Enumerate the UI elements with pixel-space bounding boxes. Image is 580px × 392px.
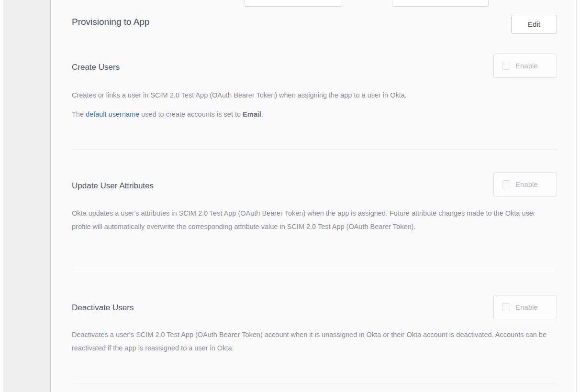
section-divider <box>72 149 558 150</box>
deactivate-users-description: Deactivates a user's SCIM 2.0 Test App (… <box>72 328 550 355</box>
edit-button[interactable]: Edit <box>511 15 557 33</box>
section-divider <box>72 383 558 383</box>
note-middle: used to create accounts is set to <box>139 110 243 118</box>
update-attributes-enable-checkbox[interactable] <box>502 180 510 188</box>
deactivate-users-enable-checkbox[interactable] <box>502 303 510 311</box>
section-title-deactivate-users: Deactivate Users <box>72 303 134 313</box>
page-title: Provisioning to App <box>72 17 150 27</box>
partial-select-field-right[interactable] <box>392 0 489 7</box>
note-prefix: The <box>72 110 86 118</box>
create-users-username-note: The default username used to create acco… <box>72 108 550 121</box>
note-suffix: . <box>261 110 263 118</box>
left-sidebar <box>3 0 51 392</box>
default-username-link[interactable]: default username <box>86 110 139 118</box>
create-users-description: Creates or links a user in SCIM 2.0 Test… <box>72 88 550 102</box>
deactivate-users-enable-button[interactable]: Enable <box>493 295 557 319</box>
section-title-update-user-attributes: Update User Attributes <box>72 181 154 191</box>
update-attributes-description: Okta updates a user's attributes in SCIM… <box>72 207 550 233</box>
update-attributes-enable-button[interactable]: Enable <box>493 172 557 196</box>
enable-label: Enable <box>515 303 538 311</box>
section-title-create-users: Create Users <box>72 63 120 72</box>
create-users-enable-checkbox[interactable] <box>502 62 510 70</box>
partial-select-field-left[interactable] <box>245 0 342 7</box>
note-email-value: Email <box>243 110 261 118</box>
create-users-enable-button[interactable]: Enable <box>493 54 557 78</box>
provisioning-settings-panel: Provisioning to App Edit Create Users En… <box>52 0 577 392</box>
enable-label: Enable <box>515 180 538 188</box>
enable-label: Enable <box>515 62 538 70</box>
section-divider <box>72 270 558 270</box>
